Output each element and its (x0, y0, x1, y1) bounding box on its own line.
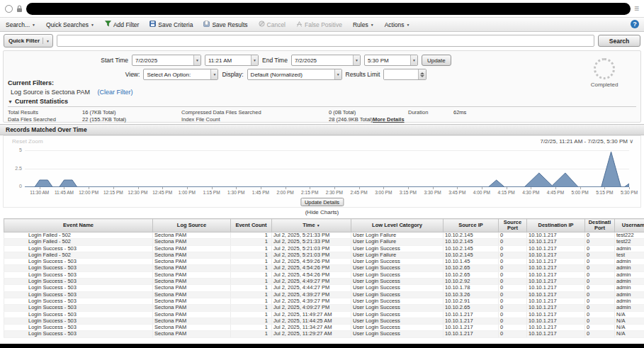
column-header-time[interactable]: Time▼ (272, 219, 351, 232)
cell-low_level_category: User Login Success (351, 279, 444, 285)
x-axis-label: 1:45 PM (252, 190, 269, 195)
y-axis-tick-0: 0 (5, 184, 22, 189)
column-header-label: Log Source (177, 222, 206, 228)
browser-bar: ≡ (0, 0, 644, 17)
cell-time: Jul 2, 2025, 5:21:33 PM (272, 239, 351, 245)
event-row[interactable]: Login Success - 503Sectona PAM1Jul 2, 20… (4, 245, 644, 252)
total-results-label: Total Results (8, 109, 82, 116)
column-header-source_port[interactable]: Source Port (499, 219, 527, 232)
help-icon[interactable]: ? (631, 20, 639, 28)
column-header-username[interactable]: Username (615, 219, 644, 232)
column-header-label: Username (622, 222, 644, 228)
event-row[interactable]: Login Success - 503Sectona PAM1Jul 2, 20… (4, 305, 644, 311)
more-details-link[interactable]: More Details (373, 116, 405, 123)
end-date-value: 7/2/2025 (295, 57, 317, 64)
cell-event_name: Login Success - 503 (4, 318, 153, 324)
cell-source_port: 0 (499, 285, 527, 291)
cell-source_ip: 10.10.1.78 (444, 285, 499, 291)
cell-username: admin (615, 265, 644, 271)
cell-username: admin (615, 245, 644, 252)
start-date-select[interactable]: 7/2/2025 (132, 55, 201, 66)
clear-filter-link[interactable]: (Clear Filter) (97, 89, 132, 96)
update-button[interactable]: Update (422, 55, 451, 66)
current-statistics-header[interactable]: ▼Current Statistics (8, 98, 636, 107)
event-row[interactable]: Login Failed - 502Sectona PAM1Jul 2, 202… (4, 232, 644, 239)
cell-source_port: 0 (499, 318, 527, 324)
start-time-select[interactable]: 11:21 AM (205, 55, 259, 66)
column-header-label: Source Port (504, 219, 521, 231)
cell-source_port: 0 (499, 298, 527, 304)
cell-event_name: Login Success - 503 (4, 291, 153, 298)
x-axis-label: 2:15 PM (301, 190, 318, 195)
event-row[interactable]: Login Success - 503Sectona PAM1Jul 2, 20… (4, 271, 644, 278)
event-row[interactable]: Login Success - 503Sectona PAM1Jul 2, 20… (4, 311, 644, 318)
hamburger-menu-icon[interactable]: ≡ (634, 4, 639, 13)
cell-username: N/A (615, 325, 644, 331)
update-details-button[interactable]: Update Details (300, 198, 344, 206)
quick-filter-dropdown[interactable]: Quick Filter (4, 34, 53, 47)
event-row[interactable]: Login Success - 503Sectona PAM1Jul 2, 20… (4, 259, 644, 265)
view-select[interactable]: Select An Option: (143, 69, 218, 80)
stepper-arrows[interactable] (418, 69, 426, 79)
chevron-down-icon (353, 55, 360, 65)
event-row[interactable]: Login Failed - 502Sectona PAM1Jul 2, 202… (4, 239, 644, 245)
column-header-event_name[interactable]: Event Name (4, 219, 153, 232)
toolbar-item-save-results[interactable]: Save Results (203, 21, 247, 28)
cell-event_name: Login Success - 503 (4, 331, 153, 337)
column-header-destination_port[interactable]: Destinati Port (585, 219, 615, 232)
end-time-select[interactable]: 5:30 PM (364, 55, 418, 66)
column-header-event_count[interactable]: Event Count (231, 219, 272, 232)
cell-event_name: Login Success - 503 (4, 271, 153, 278)
toolbar-item-save-criteria[interactable]: Save Criteria (149, 21, 193, 28)
end-date-select[interactable]: 7/2/2025 (291, 55, 361, 66)
cell-destination_port: 0 (585, 311, 615, 318)
search-button[interactable]: Search (598, 35, 640, 47)
toolbar-item-add-filter[interactable]: Add Filter (105, 21, 139, 28)
toolbar-item-rules[interactable]: Rules▼ (353, 21, 374, 28)
chart-plot-area[interactable] (25, 150, 629, 187)
x-axis-label: 12:15 PM (103, 190, 123, 195)
event-row[interactable]: Login Success - 503Sectona PAM1Jul 2, 20… (4, 331, 644, 337)
arrow-down-icon[interactable] (420, 75, 424, 77)
cell-source_port: 0 (499, 325, 527, 331)
event-row[interactable]: Login Success - 503Sectona PAM1Jul 2, 20… (4, 285, 644, 291)
display-select[interactable]: Default (Normalized) (247, 69, 342, 80)
cell-time: Jul 2, 2025, 4:59:26 PM (272, 259, 351, 265)
hide-charts-link[interactable]: (Hide Charts) (0, 208, 644, 218)
cell-event_name: Login Success - 503 (4, 265, 153, 271)
event-row[interactable]: Login Success - 503Sectona PAM1Jul 2, 20… (4, 298, 644, 304)
cell-event_name: Login Success - 503 (4, 298, 153, 304)
toolbar-item-quick-searches[interactable]: Quick Searches▼ (46, 21, 94, 28)
column-header-destination_ip[interactable]: Destination IP (527, 219, 585, 232)
event-row[interactable]: Login Success - 503Sectona PAM1Jul 2, 20… (4, 279, 644, 285)
toolbar-item-search-menu[interactable]: Search...▼ (6, 21, 35, 28)
cell-source_ip: 10.10.2.65 (444, 305, 499, 311)
cell-destination_ip: 10.10.1.217 (527, 298, 585, 304)
cell-source_port: 0 (499, 245, 527, 252)
results-limit-input[interactable] (384, 69, 418, 79)
cell-event_count: 1 (231, 252, 272, 258)
event-row[interactable]: Login Failed - 502Sectona PAM1Jul 2, 202… (4, 252, 644, 258)
event-row[interactable]: Login Success - 503Sectona PAM1Jul 2, 20… (4, 325, 644, 331)
results-limit-stepper[interactable] (383, 69, 426, 80)
cell-low_level_category: User Login Success (351, 245, 444, 252)
event-row[interactable]: Login Success - 503Sectona PAM1Jul 2, 20… (4, 318, 644, 324)
column-header-low_level_category[interactable]: Low Level Category (351, 219, 444, 232)
x-axis-label: 3:45 PM (448, 190, 465, 195)
cell-event_count: 1 (231, 259, 272, 265)
x-axis-label: 3:00 PM (375, 190, 392, 195)
cell-source_ip: 10.10.2.145 (444, 245, 499, 252)
quick-filter-input[interactable] (57, 35, 594, 47)
column-header-source_ip[interactable]: Source IP (444, 219, 499, 232)
cell-source_ip: 10.10.2.92 (444, 279, 499, 285)
cell-event_count: 1 (231, 265, 272, 271)
event-row[interactable]: Login Success - 503Sectona PAM1Jul 2, 20… (4, 265, 644, 271)
redacted-url-bar[interactable] (26, 3, 631, 15)
arrow-up-icon[interactable] (420, 72, 424, 74)
toolbar-item-actions[interactable]: Actions▼ (385, 21, 410, 28)
column-header-log_source[interactable]: Log Source (153, 219, 231, 232)
chart-time-range-dropdown[interactable]: 7/2/25, 11:21 AM - 7/2/25, 5:30 PM (540, 138, 633, 145)
cell-event_name: Login Success - 503 (4, 259, 153, 265)
cell-source_ip: 10.10.1.217 (444, 331, 499, 337)
event-row[interactable]: Login Success - 503Sectona PAM1Jul 2, 20… (4, 291, 644, 298)
